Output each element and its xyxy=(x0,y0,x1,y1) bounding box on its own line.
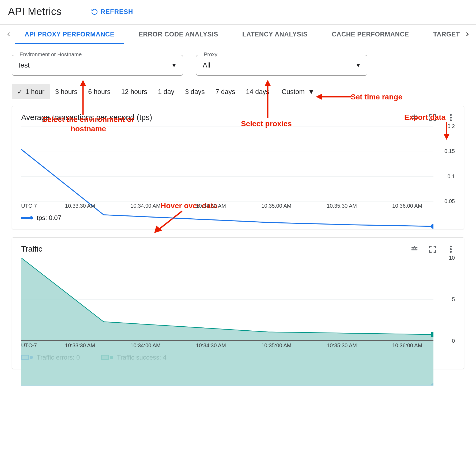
fullscreen-icon[interactable] xyxy=(429,114,437,122)
time-range-7-days[interactable]: 7 days xyxy=(210,84,241,99)
tabs-scroll-left[interactable] xyxy=(3,28,15,40)
svg-point-14 xyxy=(450,245,452,247)
time-range-12-hours[interactable]: 12 hours xyxy=(116,84,153,99)
legend-toggle-icon[interactable] xyxy=(410,114,418,122)
time-range-3-hours[interactable]: 3 hours xyxy=(50,84,83,99)
tab-api-proxy-performance[interactable]: API PROXY PERFORMANCE xyxy=(15,25,124,44)
proxy-select[interactable]: Proxy All ▼ xyxy=(196,55,367,76)
time-range-custom[interactable]: Custom ▼ xyxy=(276,84,320,99)
filters-row: Environment or Hostname test ▼ Proxy All… xyxy=(0,44,476,82)
refresh-button[interactable]: REFRESH xyxy=(91,8,133,16)
chart-card-tps: Average transactions per second (tps) 0.… xyxy=(12,106,464,229)
refresh-label: REFRESH xyxy=(101,8,133,16)
caret-down-icon: ▼ xyxy=(308,88,315,96)
svg-point-15 xyxy=(450,248,452,250)
fullscreen-icon[interactable] xyxy=(429,245,437,253)
chart-plot-traffic[interactable]: 0510 UTC-710:33:30 AM10:34:00 AM10:34:30… xyxy=(21,258,455,349)
chart-title: Traffic xyxy=(21,245,410,253)
chevron-left-icon xyxy=(6,31,12,37)
legend-toggle-icon[interactable] xyxy=(410,245,418,253)
chevron-right-icon xyxy=(464,31,470,37)
environment-select[interactable]: Environment or Hostname test ▼ xyxy=(12,55,183,76)
svg-point-16 xyxy=(450,251,452,253)
time-range-1-hour[interactable]: ✓1 hour xyxy=(12,84,50,99)
tab-latency-analysis[interactable]: LATENCY ANALYSIS xyxy=(233,25,317,44)
svg-rect-18 xyxy=(431,332,433,337)
tab-target[interactable]: TARGET xyxy=(424,25,461,44)
tabs-row: API PROXY PERFORMANCEERROR CODE ANALYSIS… xyxy=(0,24,476,44)
tab-cache-performance[interactable]: CACHE PERFORMANCE xyxy=(322,25,419,44)
tab-error-code-analysis[interactable]: ERROR CODE ANALYSIS xyxy=(129,25,228,44)
time-range-3-days[interactable]: 3 days xyxy=(180,84,210,99)
time-range-row: ✓1 hour3 hours6 hours12 hours1 day3 days… xyxy=(0,82,476,103)
svg-point-12 xyxy=(450,119,452,121)
environment-value: test xyxy=(18,61,176,69)
time-range-1-day[interactable]: 1 day xyxy=(153,84,180,99)
more-menu-icon[interactable] xyxy=(447,245,455,253)
caret-down-icon: ▼ xyxy=(355,62,361,69)
proxy-label: Proxy xyxy=(201,51,220,58)
time-range-6-hours[interactable]: 6 hours xyxy=(83,84,116,99)
environment-label: Environment or Hostname xyxy=(17,51,84,58)
time-range-custom-label: Custom xyxy=(282,88,305,96)
refresh-icon xyxy=(91,8,98,15)
proxy-value: All xyxy=(203,61,361,69)
chart-plot-tps[interactable]: 0.050.10.150.2 UTC-710:33:30 AM10:34:00 … xyxy=(21,126,455,209)
svg-point-11 xyxy=(450,117,452,118)
time-range-14-days[interactable]: 14 days xyxy=(240,84,275,99)
page-title: API Metrics xyxy=(8,6,62,17)
svg-point-10 xyxy=(450,114,452,116)
page-header: API Metrics REFRESH xyxy=(0,0,476,24)
caret-down-icon: ▼ xyxy=(171,62,177,69)
chart-card-traffic: Traffic 0510 UTC-710:33:30 AM10:34:00 AM… xyxy=(12,237,464,369)
tabs-scroll-right[interactable] xyxy=(461,28,473,40)
more-menu-icon[interactable] xyxy=(447,114,455,122)
svg-point-13 xyxy=(431,224,433,229)
chart-title: Average transactions per second (tps) xyxy=(21,113,410,122)
